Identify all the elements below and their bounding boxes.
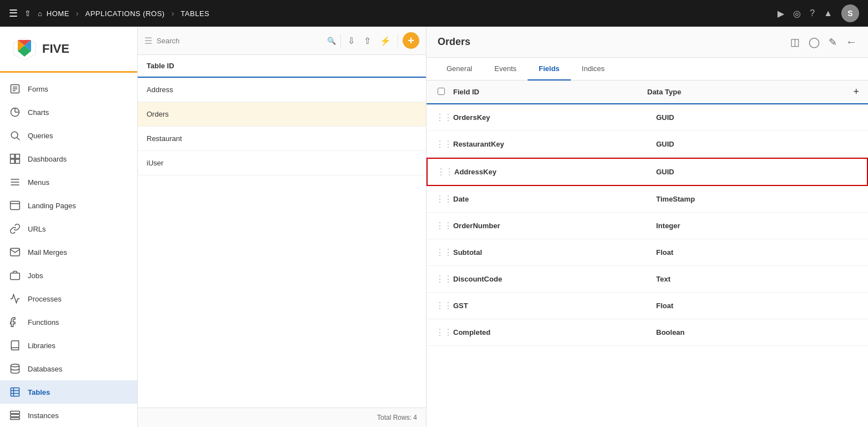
libraries-icon xyxy=(9,339,21,351)
list-row[interactable]: Address xyxy=(138,78,426,102)
svg-point-18 xyxy=(11,364,19,367)
drag-handle-icon: ⋮⋮ xyxy=(435,194,452,204)
field-row[interactable]: ⋮⋮ RestaurantKey GUID xyxy=(427,131,868,158)
list-row[interactable]: Restaurant xyxy=(138,127,426,151)
svg-point-6 xyxy=(11,132,18,138)
sidebar-item-urls[interactable]: URLs xyxy=(0,217,137,240)
field-row[interactable]: ⋮⋮ OrderNumber Integer xyxy=(427,213,868,239)
search-preview-icon[interactable]: ◎ xyxy=(793,8,801,19)
sidebar-item-jobs[interactable]: Jobs xyxy=(0,264,137,287)
nav-home-label[interactable]: HOME xyxy=(47,9,69,18)
tab-indices[interactable]: Indices xyxy=(571,58,616,81)
flash-icon[interactable]: ⚡ xyxy=(378,33,393,48)
sidebar-item-tables[interactable]: Tables xyxy=(0,380,137,404)
field-row[interactable]: ⋮⋮ GST Float xyxy=(427,293,868,319)
svg-rect-23 xyxy=(11,411,20,414)
svg-rect-9 xyxy=(16,154,20,159)
forms-label: Forms xyxy=(28,85,48,93)
sidebar-item-dashboards[interactable]: Dashboards xyxy=(0,147,137,170)
sidebar-item-mail-merges[interactable]: Mail Merges xyxy=(0,240,137,264)
search-wrapper xyxy=(157,37,323,45)
hamburger-icon[interactable]: ☰ xyxy=(9,7,18,19)
topbar: ☰ ⇧ ⌂ HOME › APPLICATIONS (ROS) › TABLES… xyxy=(0,0,868,27)
field-row[interactable]: ⋮⋮ OrdersKey GUID xyxy=(427,104,868,131)
sidebar-item-landing-pages[interactable]: Landing Pages xyxy=(0,194,137,217)
sidebar-item-processes[interactable]: Processes xyxy=(0,287,137,310)
nav-section-label[interactable]: TABLES xyxy=(180,9,209,18)
list-toolbar: ☰ 🔍 ⇩ ⇧ ⚡ + xyxy=(138,27,426,55)
sidebar-item-queries[interactable]: Queries xyxy=(0,124,137,147)
tab-fields[interactable]: Fields xyxy=(528,58,571,81)
sidebar-item-libraries[interactable]: Libraries xyxy=(0,334,137,357)
toolbar-divider-1 xyxy=(340,34,341,47)
charts-icon xyxy=(9,106,21,118)
drag-header xyxy=(435,88,453,97)
tab-events[interactable]: Events xyxy=(483,58,528,81)
history-icon[interactable]: ◯ xyxy=(809,36,820,48)
sidebar-item-instances[interactable]: Instances xyxy=(0,404,137,427)
landing-pages-icon xyxy=(9,199,21,212)
drag-handle-icon: ⋮⋮ xyxy=(436,167,453,177)
grid-view-icon[interactable]: ◫ xyxy=(790,36,800,48)
sidebar-nav: Forms Charts Queries Dashb xyxy=(0,73,137,427)
dashboards-label: Dashboards xyxy=(28,155,67,163)
search-input[interactable] xyxy=(157,37,323,45)
jobs-label: Jobs xyxy=(28,272,43,280)
close-icon[interactable]: ← xyxy=(846,36,857,48)
sidebar: FIVE Forms Charts Queri xyxy=(0,27,138,427)
export-icon[interactable]: ⇧ xyxy=(362,33,373,48)
add-button[interactable]: + xyxy=(403,32,419,49)
sidebar-item-databases[interactable]: Databases xyxy=(0,357,137,380)
help-icon[interactable]: ? xyxy=(810,8,815,18)
sidebar-item-functions[interactable]: Functions xyxy=(0,310,137,334)
drag-handle-icon: ⋮⋮ xyxy=(435,139,452,149)
notifications-icon[interactable]: ▲ xyxy=(824,8,832,18)
list-row[interactable]: Orders xyxy=(138,102,426,127)
home-icon: ⌂ xyxy=(38,9,42,18)
list-footer: Total Rows: 4 xyxy=(138,408,426,427)
processes-label: Processes xyxy=(28,295,62,303)
jobs-icon xyxy=(9,269,21,282)
field-row[interactable]: ⋮⋮ Subtotal Float xyxy=(427,239,868,266)
up-arrow-icon[interactable]: ⇧ xyxy=(24,9,31,18)
nav-sep-1: › xyxy=(76,9,79,18)
field-row-highlighted[interactable]: ⋮⋮ AddressKey GUID xyxy=(427,158,868,186)
tables-icon xyxy=(9,386,21,398)
instances-label: Instances xyxy=(28,411,59,420)
avatar[interactable]: S xyxy=(841,4,859,22)
toolbar-divider-2 xyxy=(398,34,398,47)
import-icon[interactable]: ⇩ xyxy=(345,33,357,48)
add-field-icon[interactable]: + xyxy=(841,86,859,98)
drag-handle-icon: ⋮⋮ xyxy=(435,274,452,284)
search-icon[interactable]: 🔍 xyxy=(327,37,336,45)
nav-app-label[interactable]: APPLICATIONS (ROS) xyxy=(86,9,165,18)
nav-sep-2: › xyxy=(172,9,174,18)
list-pane: ☰ 🔍 ⇩ ⇧ ⚡ + Table ID Address xyxy=(138,27,427,427)
play-icon[interactable]: ▶ xyxy=(777,8,784,19)
list-row[interactable]: iUser xyxy=(138,151,426,175)
svg-rect-15 xyxy=(11,202,20,210)
tab-general[interactable]: General xyxy=(435,58,483,81)
field-row[interactable]: ⋮⋮ DiscountCode Text xyxy=(427,266,868,293)
drag-handle-icon: ⋮⋮ xyxy=(435,113,452,122)
dashboards-icon xyxy=(9,153,21,165)
main-layout: FIVE Forms Charts Queri xyxy=(0,27,868,427)
functions-label: Functions xyxy=(28,318,59,326)
drag-handle-icon: ⋮⋮ xyxy=(435,248,452,257)
field-id-header: Field ID xyxy=(453,88,648,96)
field-row[interactable]: ⋮⋮ Completed Boolean xyxy=(427,319,868,346)
select-all-checkbox[interactable] xyxy=(438,88,445,95)
filter-icon[interactable]: ☰ xyxy=(144,36,152,46)
svg-rect-17 xyxy=(11,273,20,280)
forms-icon xyxy=(9,83,21,95)
edit-icon[interactable]: ✎ xyxy=(829,36,837,48)
queries-label: Queries xyxy=(28,132,53,140)
field-row[interactable]: ⋮⋮ Date TimeStamp xyxy=(427,186,868,213)
mail-merges-label: Mail Merges xyxy=(28,248,67,257)
sidebar-item-menus[interactable]: Menus xyxy=(0,170,137,194)
sidebar-item-charts[interactable]: Charts xyxy=(0,101,137,124)
databases-icon xyxy=(9,363,21,375)
sidebar-item-forms[interactable]: Forms xyxy=(0,77,137,101)
fields-table: Field ID Data Type + ⋮⋮ OrdersKey GUID ⋮… xyxy=(427,81,868,427)
queries-icon xyxy=(9,129,21,142)
